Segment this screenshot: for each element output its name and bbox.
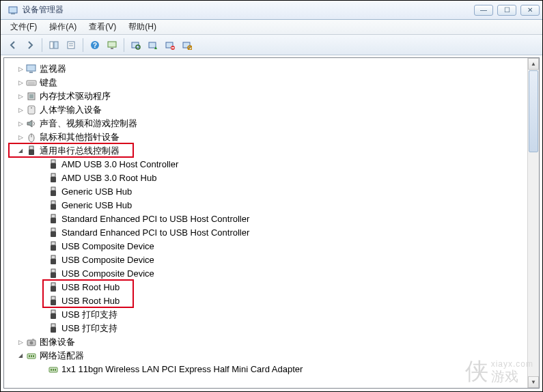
expand-arrow-icon[interactable] (16, 79, 25, 87)
expand-arrow-icon[interactable] (16, 147, 25, 155)
tree-item-label: Standard Enhanced PCI to USB Host Contro… (61, 212, 249, 226)
tree-item-label: USB 打印支持 (61, 308, 117, 322)
svg-point-28 (31, 107, 32, 109)
close-button[interactable]: ✕ (520, 5, 540, 16)
camera-icon (26, 337, 37, 348)
minimize-button[interactable]: — (474, 5, 493, 16)
toolbar-separator (124, 38, 124, 52)
tree-row[interactable]: USB 打印支持 (7, 322, 536, 335)
expand-arrow-icon[interactable] (16, 338, 25, 346)
svg-rect-32 (29, 150, 34, 155)
expand-arrow-icon (38, 174, 46, 182)
tree-row[interactable]: 鼠标和其他指针设备 (7, 130, 536, 144)
usb-icon (48, 214, 59, 225)
monitor-toolbar-icon[interactable] (104, 37, 120, 53)
svg-text:?: ? (93, 42, 97, 49)
usb-icon (48, 309, 59, 320)
svg-rect-64 (31, 355, 32, 357)
svg-rect-45 (51, 242, 55, 245)
expand-arrow-icon (38, 188, 46, 196)
svg-rect-50 (51, 272, 56, 278)
svg-rect-68 (53, 369, 54, 371)
device-manager-window: 设备管理器 — ☐ ✕ 文件(F) 操作(A) 查看(V) 帮助(H) ? 监视… (0, 0, 543, 392)
tree-item-label: 网络适配器 (40, 349, 84, 363)
vertical-scrollbar[interactable]: ▲ ▼ (527, 58, 539, 388)
svg-point-60 (30, 341, 33, 345)
svg-rect-46 (51, 245, 56, 251)
maximize-button[interactable]: ☐ (497, 5, 516, 16)
tree-item-label: 键盘 (40, 76, 57, 89)
net-icon (48, 364, 59, 375)
menu-view[interactable]: 查看(V) (83, 20, 122, 34)
tree-row[interactable]: 网络适配器 (7, 349, 536, 363)
svg-rect-52 (51, 286, 56, 292)
tree-row[interactable]: AMD USB 3.0 Host Controller (7, 158, 536, 171)
tree-row[interactable]: 声音、视频和游戏控制器 (7, 117, 536, 130)
disable-button[interactable] (179, 37, 195, 53)
tree-row[interactable]: 人体学输入设备 (7, 103, 536, 117)
svg-rect-65 (33, 355, 34, 357)
expand-arrow-icon (38, 270, 46, 278)
svg-rect-34 (51, 163, 56, 169)
expand-arrow-icon[interactable] (16, 352, 25, 360)
menu-help[interactable]: 帮助(H) (123, 20, 162, 34)
show-hide-console-button[interactable] (46, 37, 62, 53)
tree-row[interactable]: AMD USB 3.0 Root Hub (7, 171, 536, 185)
menubar: 文件(F) 操作(A) 查看(V) 帮助(H) (1, 20, 542, 35)
expand-arrow-icon[interactable] (16, 65, 25, 73)
expand-arrow-icon[interactable] (16, 133, 25, 141)
help-button[interactable]: ? (87, 37, 103, 53)
svg-rect-61 (32, 339, 34, 340)
titlebar[interactable]: 设备管理器 — ☐ ✕ (1, 1, 542, 20)
tree-row[interactable]: 监视器 (7, 62, 536, 76)
tree-row[interactable]: 键盘 (7, 76, 536, 89)
scroll-up-button[interactable]: ▲ (528, 58, 539, 70)
menu-action[interactable]: 操作(A) (44, 20, 82, 34)
tree-row[interactable]: Standard Enhanced PCI to USB Host Contro… (7, 226, 536, 240)
tree-row[interactable]: Generic USB Hub (7, 185, 536, 199)
svg-rect-35 (51, 173, 55, 177)
tree-row[interactable]: USB Root Hub (7, 294, 536, 308)
tree-item-label: USB Composite Device (61, 253, 154, 267)
expand-arrow-icon (38, 324, 46, 333)
scroll-thumb[interactable] (529, 70, 538, 152)
tree-row[interactable]: 通用串行总线控制器 (7, 144, 536, 158)
svg-rect-26 (29, 94, 33, 98)
expand-arrow-icon[interactable] (16, 92, 25, 100)
menu-file[interactable]: 文件(F) (5, 20, 42, 34)
device-tree[interactable]: 监视器键盘内存技术驱动程序人体学输入设备声音、视频和游戏控制器鼠标和其他指针设备… (4, 58, 539, 380)
tree-row[interactable]: Generic USB Hub (7, 199, 536, 212)
tree-item-label: AMD USB 3.0 Root Hub (61, 171, 156, 185)
update-driver-button[interactable] (145, 37, 161, 53)
window-buttons: — ☐ ✕ (474, 5, 540, 16)
tree-row[interactable]: 1x1 11bgn Wireless LAN PCI Express Half … (7, 363, 536, 376)
tree-row[interactable]: USB Composite Device (7, 240, 536, 253)
tree-item-label: USB Root Hub (61, 281, 120, 294)
expand-arrow-icon[interactable] (16, 120, 25, 128)
tree-item-label: Generic USB Hub (61, 185, 132, 199)
svg-rect-69 (55, 369, 56, 371)
tree-row[interactable]: 图像设备 (7, 335, 536, 349)
tree-row[interactable]: Standard Enhanced PCI to USB Host Contro… (7, 212, 536, 226)
svg-rect-33 (51, 160, 55, 163)
svg-rect-27 (28, 106, 35, 114)
tree-row[interactable]: USB Root Hub (7, 281, 536, 294)
tree-row[interactable]: USB 打印支持 (7, 308, 536, 322)
svg-rect-38 (51, 191, 56, 196)
back-button[interactable] (5, 37, 21, 53)
mouse-icon (26, 132, 37, 143)
tree-row[interactable]: USB Composite Device (7, 267, 536, 281)
uninstall-button[interactable] (162, 37, 178, 53)
tree-row[interactable]: 内存技术驱动程序 (7, 89, 536, 103)
expand-arrow-icon (38, 242, 46, 251)
scan-hardware-button[interactable] (128, 37, 144, 53)
tree-item-label: Generic USB Hub (61, 199, 132, 212)
scroll-down-button[interactable]: ▼ (528, 376, 539, 388)
usb-icon (48, 268, 59, 279)
usb-icon (48, 241, 59, 252)
forward-button[interactable] (22, 37, 38, 53)
expand-arrow-icon[interactable] (16, 106, 25, 114)
properties-button[interactable] (63, 37, 79, 53)
svg-rect-36 (51, 177, 56, 182)
tree-row[interactable]: USB Composite Device (7, 253, 536, 267)
